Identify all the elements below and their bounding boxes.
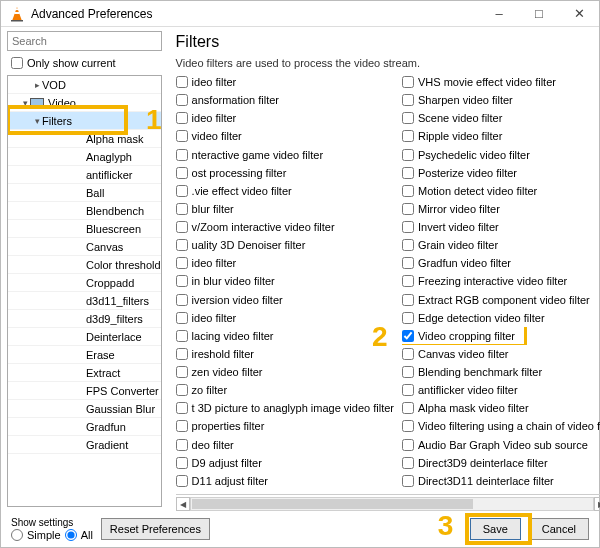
filter-label: Grain video filter bbox=[418, 239, 498, 251]
tree-item-video[interactable]: ▾ Video bbox=[8, 94, 161, 112]
filter-checkbox[interactable] bbox=[402, 76, 414, 88]
filter-checkbox[interactable] bbox=[176, 475, 188, 487]
save-button[interactable]: Save bbox=[470, 518, 521, 540]
preferences-tree[interactable]: ▸ VOD ▾ Video ▾ Filters 1 Alpha maskA bbox=[7, 75, 162, 507]
filter-checkbox[interactable] bbox=[176, 330, 188, 342]
filter-checkbox[interactable] bbox=[176, 294, 188, 306]
tree-item[interactable]: Canvas bbox=[8, 238, 161, 256]
all-label: All bbox=[81, 529, 93, 541]
filter-label: ideo filter bbox=[192, 76, 237, 88]
only-show-current-checkbox[interactable] bbox=[11, 57, 23, 69]
filter-checkbox[interactable] bbox=[176, 366, 188, 378]
tree-item[interactable]: Gradfun bbox=[8, 418, 161, 436]
filter-label: Ripple video filter bbox=[418, 130, 502, 142]
filter-checkbox[interactable] bbox=[176, 239, 188, 251]
tree-item[interactable]: Color threshold bbox=[8, 256, 161, 274]
tree-item-filters[interactable]: ▾ Filters 1 bbox=[8, 112, 161, 130]
tree-item[interactable]: Ball bbox=[8, 184, 161, 202]
filter-checkbox[interactable] bbox=[402, 475, 414, 487]
tree-item[interactable]: Gradient bbox=[8, 436, 161, 454]
only-show-current-row: Only show current bbox=[7, 53, 168, 73]
filter-checkbox[interactable] bbox=[176, 130, 188, 142]
filter-checkbox[interactable] bbox=[402, 203, 414, 215]
search-input[interactable] bbox=[7, 31, 162, 51]
filter-checkbox[interactable] bbox=[402, 366, 414, 378]
tree-item[interactable]: FPS Converter bbox=[8, 382, 161, 400]
maximize-button[interactable]: □ bbox=[519, 1, 559, 27]
reset-preferences-button[interactable]: Reset Preferences bbox=[101, 518, 210, 540]
filter-label: uality 3D Denoiser filter bbox=[192, 239, 306, 251]
close-button[interactable]: ✕ bbox=[559, 1, 599, 27]
filter-checkbox[interactable] bbox=[402, 94, 414, 106]
filter-checkbox[interactable] bbox=[176, 402, 188, 414]
tree-item[interactable]: Erase bbox=[8, 346, 161, 364]
filter-checkbox[interactable] bbox=[402, 167, 414, 179]
tree-item-vod[interactable]: ▸ VOD bbox=[8, 76, 161, 94]
filter-label: Gradfun video filter bbox=[418, 257, 511, 269]
horizontal-scrollbar[interactable]: ◀ ▶ bbox=[176, 497, 600, 511]
filter-checkbox[interactable] bbox=[176, 167, 188, 179]
all-radio[interactable] bbox=[65, 529, 77, 541]
filter-checkbox[interactable] bbox=[402, 439, 414, 451]
filter-checkbox[interactable] bbox=[176, 203, 188, 215]
filter-checkbox[interactable] bbox=[402, 330, 414, 342]
filter-label: Scene video filter bbox=[418, 112, 502, 124]
filter-checkbox[interactable] bbox=[402, 221, 414, 233]
filter-checkbox[interactable] bbox=[402, 294, 414, 306]
filter-checkbox[interactable] bbox=[402, 185, 414, 197]
filter-checkbox[interactable] bbox=[176, 185, 188, 197]
filter-label: Audio Bar Graph Video sub source bbox=[418, 439, 588, 451]
filter-checkbox-row: v/Zoom interactive video filter bbox=[176, 218, 394, 236]
filter-checkbox[interactable] bbox=[176, 275, 188, 287]
filter-checkbox[interactable] bbox=[402, 384, 414, 396]
scrollbar-thumb[interactable] bbox=[192, 499, 474, 509]
minimize-button[interactable]: – bbox=[479, 1, 519, 27]
filter-checkbox[interactable] bbox=[402, 257, 414, 269]
filter-checkbox[interactable] bbox=[176, 348, 188, 360]
scrollbar-track[interactable] bbox=[190, 497, 594, 511]
filter-label: ost processing filter bbox=[192, 167, 287, 179]
filter-checkbox[interactable] bbox=[176, 149, 188, 161]
only-show-current-label: Only show current bbox=[27, 57, 116, 69]
scroll-right-icon[interactable]: ▶ bbox=[594, 497, 600, 511]
right-column: Filters Video filters are used to proces… bbox=[168, 27, 600, 511]
filter-checkbox[interactable] bbox=[176, 76, 188, 88]
filter-checkbox[interactable] bbox=[176, 257, 188, 269]
tree-item[interactable]: Deinterlace bbox=[8, 328, 161, 346]
tree-item[interactable]: d3d9_filters bbox=[8, 310, 161, 328]
filter-checkbox[interactable] bbox=[402, 457, 414, 469]
chevron-down-icon: ▾ bbox=[32, 116, 42, 126]
tree-item[interactable]: Croppadd bbox=[8, 274, 161, 292]
simple-radio[interactable] bbox=[11, 529, 23, 541]
filter-checkbox[interactable] bbox=[402, 130, 414, 142]
filter-checkbox[interactable] bbox=[176, 94, 188, 106]
filter-checkbox[interactable] bbox=[176, 312, 188, 324]
tree-item[interactable]: Extract bbox=[8, 364, 161, 382]
filter-checkbox[interactable] bbox=[402, 275, 414, 287]
scroll-left-icon[interactable]: ◀ bbox=[176, 497, 190, 511]
filter-checkbox[interactable] bbox=[176, 112, 188, 124]
filter-checkbox[interactable] bbox=[176, 420, 188, 432]
filter-checkbox[interactable] bbox=[402, 402, 414, 414]
filter-checkbox[interactable] bbox=[402, 348, 414, 360]
filter-checkbox[interactable] bbox=[402, 420, 414, 432]
filter-checkbox[interactable] bbox=[402, 312, 414, 324]
tree-item[interactable]: Gaussian Blur bbox=[8, 400, 161, 418]
cancel-button[interactable]: Cancel bbox=[529, 518, 589, 540]
filter-checkbox[interactable] bbox=[402, 149, 414, 161]
tree-item[interactable]: Alpha mask bbox=[8, 130, 161, 148]
filter-column-left: ideo filteransformation filterideo filte… bbox=[176, 73, 394, 490]
svg-rect-5 bbox=[31, 99, 43, 107]
filter-checkbox[interactable] bbox=[402, 239, 414, 251]
tree-item[interactable]: antiflicker bbox=[8, 166, 161, 184]
filter-label: Alpha mask video filter bbox=[418, 402, 529, 414]
tree-item[interactable]: Bluescreen bbox=[8, 220, 161, 238]
filter-checkbox[interactable] bbox=[402, 112, 414, 124]
tree-item[interactable]: Anaglyph bbox=[8, 148, 161, 166]
filter-checkbox[interactable] bbox=[176, 384, 188, 396]
tree-item[interactable]: Blendbench bbox=[8, 202, 161, 220]
filter-checkbox[interactable] bbox=[176, 221, 188, 233]
filter-checkbox[interactable] bbox=[176, 457, 188, 469]
tree-item[interactable]: d3d11_filters bbox=[8, 292, 161, 310]
filter-checkbox[interactable] bbox=[176, 439, 188, 451]
